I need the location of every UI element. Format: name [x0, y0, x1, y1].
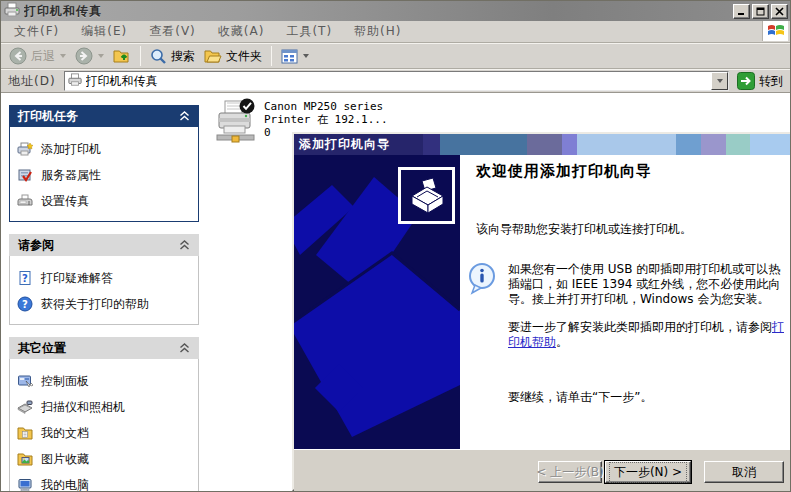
task-sidebar: 打印机任务 添加打印机 服务器属性 设置传真	[1, 93, 207, 491]
section-see-also: 请参阅 ? 打印疑难解答 ? 获得关于打印的帮助	[9, 234, 199, 325]
minimize-icon	[737, 7, 746, 16]
folders-icon	[204, 48, 222, 64]
section-title: 打印机任务	[18, 108, 78, 125]
svg-text:?: ?	[22, 299, 28, 310]
help-icon: ?	[17, 296, 33, 312]
sidebar-item-control-panel[interactable]: 控制面板	[17, 368, 193, 394]
sidebar-item-label: 获得关于打印的帮助	[41, 296, 149, 313]
printers-faxes-window: 打印机和传真 文件(F) 编辑(E) 查看(V) 收藏(A) 工具(T) 帮助(…	[0, 0, 791, 492]
cancel-button[interactable]: 取消	[704, 461, 784, 483]
section-title: 请参阅	[18, 237, 54, 254]
sidebar-item-server-properties[interactable]: 服务器属性	[17, 162, 193, 188]
add-printer-icon	[17, 141, 33, 157]
close-icon	[775, 7, 784, 16]
wizard-title: 添加打印机向导	[299, 136, 390, 153]
back-step-button[interactable]: < 上一步(B)	[538, 461, 602, 483]
back-dropdown-icon[interactable]	[60, 54, 66, 58]
chevron-up-icon	[179, 111, 190, 121]
menu-tools[interactable]: 工具(T)	[275, 21, 343, 42]
menu-bar: 文件(F) 编辑(E) 查看(V) 收藏(A) 工具(T) 帮助(H)	[1, 21, 790, 43]
views-button[interactable]	[277, 47, 313, 66]
default-printer-icon	[215, 98, 257, 147]
sidebar-item-label: 扫描仪和照相机	[41, 399, 125, 416]
minimize-button[interactable]	[733, 4, 750, 19]
views-dropdown-icon[interactable]	[303, 54, 309, 58]
forward-dropdown-icon[interactable]	[98, 54, 104, 58]
sidebar-item-add-printer[interactable]: 添加打印机	[17, 136, 193, 162]
search-label: 搜索	[171, 48, 195, 65]
sidebar-item-my-pictures[interactable]: 图片收藏	[17, 446, 193, 472]
section-title: 其它位置	[18, 340, 66, 357]
wizard-watermark	[294, 155, 460, 449]
setup-fax-icon	[17, 193, 33, 209]
forward-icon	[75, 47, 93, 65]
chevron-up-icon	[179, 343, 190, 353]
section-header-other-places[interactable]: 其它位置	[9, 337, 199, 359]
sidebar-item-troubleshoot[interactable]: ? 打印疑难解答	[17, 265, 193, 291]
search-button[interactable]: 搜索	[146, 46, 199, 67]
sidebar-item-scanners-cameras[interactable]: 扫描仪和照相机	[17, 394, 193, 420]
printer-name: Canon MP250 series	[264, 100, 383, 113]
go-label: 转到	[759, 73, 783, 90]
wizard-help-prefix: 要进一步了解安装此类即插即用的打印机，请参阅	[508, 320, 772, 334]
sidebar-item-my-documents[interactable]: 我的文档	[17, 420, 193, 446]
folders-label: 文件夹	[226, 48, 262, 65]
chevron-up-icon	[179, 240, 190, 250]
up-folder-icon	[113, 48, 131, 64]
wizard-button-bar: < 上一步(B) 下一步(N) > 取消	[294, 449, 790, 491]
window-title: 打印机和传真	[24, 3, 731, 20]
section-header-printer-tasks[interactable]: 打印机任务	[9, 105, 199, 127]
control-panel-icon	[17, 373, 33, 389]
wizard-continue-text: 要继续，请单击“下一步”。	[508, 390, 788, 405]
maximize-icon	[756, 7, 765, 16]
sidebar-item-label: 控制面板	[41, 373, 89, 390]
printer-icon	[68, 73, 82, 90]
add-printer-wizard-dialog: 添加打印机向导	[292, 132, 790, 491]
my-pictures-icon	[17, 451, 33, 467]
printer-icon	[4, 2, 20, 21]
section-header-see-also[interactable]: 请参阅	[9, 234, 199, 256]
wizard-heading: 欢迎使用添加打印机向导	[476, 162, 788, 181]
search-icon	[150, 48, 167, 65]
scanner-camera-icon	[17, 399, 33, 415]
sidebar-item-setup-fax[interactable]: 设置传真	[17, 188, 193, 214]
address-label: 地址(D)	[4, 73, 60, 90]
section-other-places: 其它位置 控制面板 扫描仪和照相机 我的文档	[9, 337, 199, 491]
wizard-title-bar: 添加打印机向导	[294, 134, 790, 155]
menu-view[interactable]: 查看(V)	[138, 21, 207, 42]
my-computer-icon	[17, 477, 33, 491]
sidebar-item-label: 添加打印机	[41, 141, 101, 158]
close-button[interactable]	[771, 4, 788, 19]
sidebar-item-get-help[interactable]: ? 获得关于打印的帮助	[17, 291, 193, 317]
menu-file[interactable]: 文件(F)	[3, 21, 70, 42]
menu-favorites[interactable]: 收藏(A)	[207, 21, 276, 42]
back-button[interactable]: 后退	[5, 45, 70, 67]
up-button[interactable]	[109, 46, 135, 66]
address-dropdown-button[interactable]	[711, 72, 728, 90]
next-step-button[interactable]: 下一步(N) >	[605, 461, 691, 483]
go-button[interactable]: 转到	[733, 72, 787, 90]
menu-edit[interactable]: 编辑(E)	[70, 21, 138, 42]
wizard-help-suffix: 。	[556, 335, 568, 349]
sidebar-item-my-computer[interactable]: 我的电脑	[17, 472, 193, 491]
troubleshoot-icon: ?	[17, 270, 33, 286]
folders-button[interactable]: 文件夹	[200, 46, 266, 67]
go-icon	[737, 72, 755, 90]
views-icon	[281, 49, 298, 64]
back-icon	[9, 47, 27, 65]
maximize-button[interactable]	[752, 4, 769, 19]
sidebar-item-label: 设置传真	[41, 193, 89, 210]
address-input[interactable]	[86, 74, 707, 88]
address-combo[interactable]	[64, 71, 729, 91]
menu-help[interactable]: 帮助(H)	[343, 21, 412, 42]
forward-button[interactable]	[71, 45, 108, 67]
wizard-printer-icon	[398, 167, 455, 224]
printer-doc-count: 0	[264, 126, 271, 139]
windows-logo	[762, 21, 788, 41]
toolbar: 后退 搜索 文件夹	[1, 43, 790, 69]
sidebar-item-label: 我的文档	[41, 425, 89, 442]
my-documents-icon	[17, 425, 33, 441]
server-properties-icon	[17, 167, 33, 183]
chevron-down-icon	[717, 79, 723, 83]
wizard-intro: 该向导帮助您安装打印机或连接打印机。	[476, 222, 788, 237]
